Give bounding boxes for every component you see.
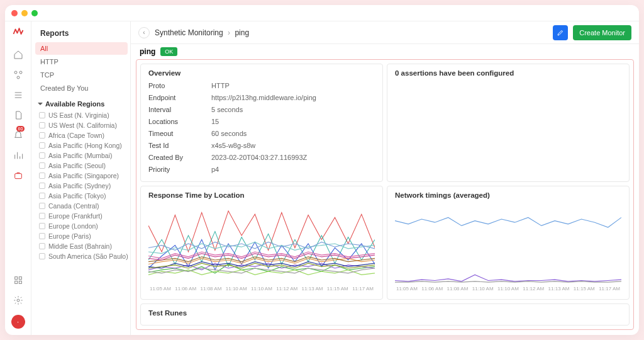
cluster-icon[interactable]	[13, 69, 24, 81]
field-key: Locations	[148, 118, 211, 125]
app-window: 60 · Reports AllHTTPTCPCreated By You Av…	[5, 5, 639, 335]
back-button[interactable]: ‹	[138, 27, 150, 38]
synthetic-icon[interactable]	[13, 170, 24, 181]
close-window-button[interactable]	[11, 10, 18, 16]
xaxis-tick: 11:06 AM	[421, 286, 443, 292]
checkbox-icon[interactable]	[39, 152, 45, 159]
region-item[interactable]: Canada (Central)	[39, 201, 130, 211]
checkbox-icon[interactable]	[39, 233, 45, 239]
region-item[interactable]: Europe (London)	[39, 221, 130, 231]
caret-down-icon	[38, 101, 43, 106]
checkbox-icon[interactable]	[39, 122, 45, 128]
app-logo-icon[interactable]	[13, 26, 24, 40]
checkbox-icon[interactable]	[39, 112, 45, 118]
svg-point-1	[19, 71, 22, 74]
create-monitor-button[interactable]: Create Monitor	[573, 25, 631, 40]
edit-button[interactable]	[553, 25, 568, 40]
region-item[interactable]: Asia Pacific (Singapore)	[39, 171, 130, 181]
region-label: US East (N. Virginia)	[48, 111, 109, 119]
region-item[interactable]: Middle East (Bahrain)	[39, 241, 130, 251]
overview-fields: ProtoHTTPEndpointhttps://p2i13hg.middlew…	[148, 77, 375, 173]
checkbox-icon[interactable]	[39, 142, 45, 149]
region-label: Asia Pacific (Singapore)	[48, 172, 119, 179]
checkbox-icon[interactable]	[39, 223, 45, 229]
region-item[interactable]: Europe (Frankfurt)	[39, 211, 130, 221]
region-label: Asia Pacific (Hong Kong)	[48, 142, 122, 149]
region-item[interactable]: Asia Pacific (Sydney)	[39, 181, 130, 191]
checkbox-icon[interactable]	[39, 173, 45, 179]
assertions-title: 0 assertions have been configured	[395, 69, 621, 77]
xaxis-tick: 11:15 AM	[574, 286, 595, 292]
window-titlebar	[5, 5, 639, 21]
checkbox-icon[interactable]	[39, 243, 45, 249]
xaxis-tick: 11:13 AM	[548, 286, 570, 292]
test-runes-panel: Test Runes	[140, 303, 630, 326]
sidebar-item-all[interactable]: All	[35, 42, 128, 55]
xaxis-tick: 11:08 AM	[447, 286, 469, 292]
sidebar-title: Reports	[35, 26, 130, 42]
field-value: HTTP	[211, 82, 375, 89]
region-item[interactable]: US West (N. California)	[39, 120, 130, 130]
maximize-window-button[interactable]	[31, 10, 38, 16]
region-item[interactable]: Asia Pacific (Tokyo)	[39, 191, 130, 201]
region-item[interactable]: Asia Pacific (Hong Kong)	[39, 140, 130, 150]
document-icon[interactable]	[13, 110, 24, 121]
region-item[interactable]: Asia Pacific (Mumbai)	[39, 150, 130, 161]
region-label: Asia Pacific (Mumbai)	[48, 152, 113, 159]
region-item[interactable]: Asia Pacific (Seoul)	[39, 161, 130, 171]
region-label: Europe (Frankfurt)	[48, 212, 103, 220]
response-time-panel: Response Time by Location 11:05 AM11:06 …	[140, 186, 383, 300]
checkbox-icon[interactable]	[39, 132, 45, 139]
metrics-icon[interactable]	[13, 150, 24, 161]
settings-icon[interactable]	[13, 295, 24, 306]
region-item[interactable]: South America (São Paulo)	[39, 251, 130, 261]
checkbox-icon[interactable]	[39, 183, 45, 189]
xaxis-tick: 11:05 AM	[396, 286, 418, 292]
xaxis-tick: 11:10 AM	[472, 286, 494, 292]
main-area: ‹ Synthetic Monitoring › ping Create Mon…	[131, 21, 639, 335]
svg-rect-6	[14, 281, 17, 283]
checkbox-icon[interactable]	[39, 203, 45, 209]
content-grid: Overview ProtoHTTPEndpointhttps://p2i13h…	[136, 59, 634, 330]
notifications-icon[interactable]: 60	[13, 130, 24, 141]
list-icon[interactable]	[13, 89, 24, 101]
svg-point-0	[14, 71, 17, 74]
field-key: Interval	[148, 106, 211, 113]
test-runes-title: Test Runes	[148, 309, 621, 317]
monitor-title-row: ping OK	[131, 44, 639, 59]
checkbox-icon[interactable]	[39, 253, 45, 259]
checkbox-icon[interactable]	[39, 213, 45, 219]
field-value: x4s5-w8g-s8w	[211, 142, 375, 149]
xaxis-tick: 11:12 AM	[523, 286, 544, 292]
user-avatar[interactable]: ·	[11, 315, 25, 329]
status-badge: OK	[160, 47, 177, 56]
minimize-window-button[interactable]	[21, 10, 28, 16]
overview-panel: Overview ProtoHTTPEndpointhttps://p2i13h…	[140, 64, 383, 182]
svg-rect-4	[14, 277, 17, 280]
xaxis-tick: 11:17 AM	[599, 286, 620, 292]
network-timings-title: Network timings (averaged)	[395, 191, 621, 199]
region-item[interactable]: US East (N. Virginia)	[39, 110, 130, 120]
field-value: 5 seconds	[211, 106, 375, 113]
app-body: 60 · Reports AllHTTPTCPCreated By You Av…	[5, 21, 639, 335]
home-icon[interactable]	[13, 49, 24, 60]
xaxis-tick: 11:08 AM	[201, 286, 222, 292]
checkbox-icon[interactable]	[39, 193, 45, 199]
field-value: 2023-02-20T04:03:27.116993Z	[211, 154, 375, 161]
region-label: Europe (London)	[48, 222, 98, 230]
sidebar-item-http[interactable]: HTTP	[35, 55, 128, 68]
region-label: Asia Pacific (Seoul)	[48, 162, 106, 169]
region-item[interactable]: Africa (Cape Town)	[39, 130, 130, 140]
regions-header[interactable]: Available Regions	[35, 95, 130, 110]
apps-icon[interactable]	[13, 275, 24, 286]
network-timings-panel: Network timings (averaged) 11:05 AM11:06…	[387, 186, 630, 300]
region-label: Canada (Central)	[48, 202, 99, 210]
sidebar-item-tcp[interactable]: TCP	[35, 69, 128, 81]
topbar: ‹ Synthetic Monitoring › ping Create Mon…	[131, 21, 639, 44]
breadcrumb: Synthetic Monitoring › ping	[155, 28, 249, 37]
xaxis-tick: 11:05 AM	[150, 286, 171, 292]
sidebar-item-created-by-you[interactable]: Created By You	[35, 82, 128, 94]
region-item[interactable]: Europe (Paris)	[39, 231, 130, 241]
checkbox-icon[interactable]	[39, 162, 45, 169]
breadcrumb-parent[interactable]: Synthetic Monitoring	[155, 28, 223, 37]
